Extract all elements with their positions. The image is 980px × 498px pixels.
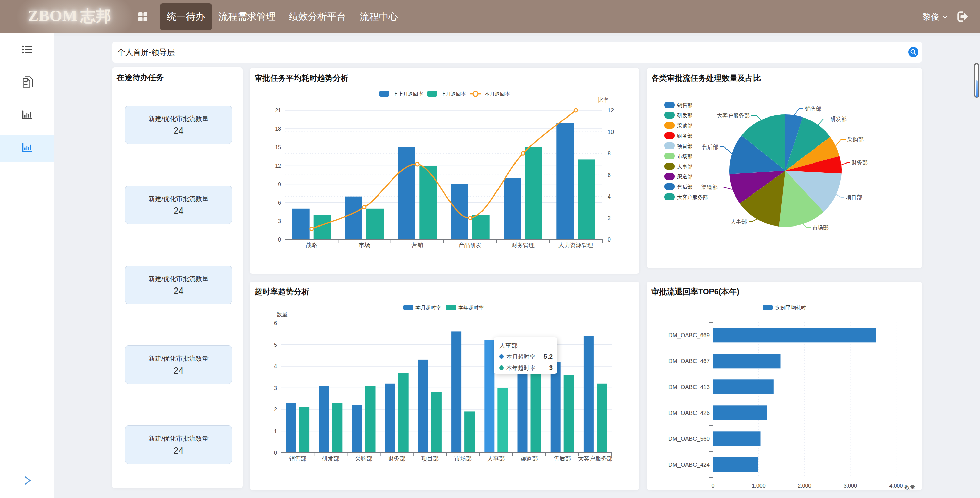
svg-text:6: 6 <box>274 320 277 326</box>
svg-text:人事部: 人事部 <box>730 219 747 225</box>
svg-text:DM_OABC_413: DM_OABC_413 <box>668 384 710 390</box>
svg-text:财务部: 财务部 <box>388 455 406 462</box>
svg-text:人事部: 人事部 <box>487 455 504 462</box>
svg-text:大客户服务部: 大客户服务部 <box>677 194 708 200</box>
svg-text:财务部: 财务部 <box>851 160 868 166</box>
svg-text:18: 18 <box>275 126 281 132</box>
svg-text:3: 3 <box>278 218 281 224</box>
svg-text:大客户服务部: 大客户服务部 <box>578 455 612 462</box>
svg-text:21: 21 <box>275 108 281 113</box>
svg-text:3,000: 3,000 <box>843 483 857 489</box>
svg-text:3: 3 <box>274 385 277 391</box>
svg-text:人力资源管理: 人力资源管理 <box>558 242 593 248</box>
svg-text:上月退回率: 上月退回率 <box>441 91 466 97</box>
svg-text:上上月退回率: 上上月退回率 <box>393 91 423 97</box>
svg-text:本月超时率: 本月超时率 <box>415 305 441 310</box>
svg-text:销售部: 销售部 <box>805 106 821 112</box>
svg-text:销售部: 销售部 <box>289 455 306 462</box>
svg-text:实例平均耗时: 实例平均耗时 <box>775 305 806 310</box>
svg-text:12: 12 <box>275 163 281 169</box>
svg-text:营销: 营销 <box>411 242 423 248</box>
svg-text:采购部: 采购部 <box>847 137 864 142</box>
svg-text:售后部: 售后部 <box>702 144 718 150</box>
svg-text:本月退回率: 本月退回率 <box>485 91 510 97</box>
svg-text:6: 6 <box>608 172 611 178</box>
svg-text:项目部: 项目部 <box>846 195 862 200</box>
svg-text:DM_OABC_560: DM_OABC_560 <box>668 436 710 442</box>
svg-text:市场: 市场 <box>359 242 370 248</box>
svg-text:战略: 战略 <box>306 242 318 248</box>
svg-text:销售部: 销售部 <box>677 102 692 108</box>
svg-text:渠道部: 渠道部 <box>701 184 718 190</box>
svg-text:4: 4 <box>274 364 277 369</box>
svg-text:2: 2 <box>274 407 277 412</box>
svg-text:0: 0 <box>608 237 611 243</box>
svg-text:市场部: 市场部 <box>677 153 692 159</box>
svg-text:1,000: 1,000 <box>752 483 765 489</box>
svg-text:DM_OABC_426: DM_OABC_426 <box>668 410 710 416</box>
svg-text:2: 2 <box>608 215 611 221</box>
svg-text:售后部: 售后部 <box>554 455 571 462</box>
svg-text:大客户服务部: 大客户服务部 <box>717 113 749 118</box>
svg-text:2,000: 2,000 <box>798 483 811 489</box>
svg-text:1: 1 <box>274 428 277 434</box>
svg-text:8: 8 <box>608 150 611 156</box>
svg-text:渠道部: 渠道部 <box>520 455 538 462</box>
svg-text:售后部: 售后部 <box>677 184 692 190</box>
svg-text:5: 5 <box>274 342 277 348</box>
svg-text:产品研发: 产品研发 <box>459 242 482 248</box>
svg-text:0: 0 <box>274 450 277 456</box>
svg-text:数量: 数量 <box>277 312 288 318</box>
svg-text:15: 15 <box>275 144 281 150</box>
svg-text:数量: 数量 <box>904 484 915 490</box>
svg-text:0: 0 <box>711 483 714 489</box>
svg-text:市场部: 市场部 <box>454 455 472 462</box>
svg-text:财务部: 财务部 <box>677 133 692 139</box>
svg-text:0: 0 <box>278 237 281 243</box>
svg-text:比率: 比率 <box>598 97 609 103</box>
svg-text:财务管理: 财务管理 <box>511 242 535 248</box>
svg-text:研发部: 研发部 <box>322 455 339 462</box>
svg-text:渠道部: 渠道部 <box>677 174 692 179</box>
svg-text:本年超时率: 本年超时率 <box>458 305 484 310</box>
svg-text:项目部: 项目部 <box>421 455 439 462</box>
svg-text:采购部: 采购部 <box>355 455 372 462</box>
svg-text:4,000: 4,000 <box>889 483 903 489</box>
svg-text:项目部: 项目部 <box>677 143 692 149</box>
svg-text:4: 4 <box>608 194 611 200</box>
svg-text:DM_OABC_467: DM_OABC_467 <box>668 358 710 364</box>
svg-text:DM_OABC_669: DM_OABC_669 <box>668 332 710 338</box>
svg-text:9: 9 <box>278 182 281 187</box>
svg-text:市场部: 市场部 <box>812 225 829 231</box>
svg-text:12: 12 <box>608 108 614 113</box>
svg-text:采购部: 采购部 <box>677 123 692 128</box>
svg-text:6: 6 <box>278 200 281 206</box>
svg-text:DM_OABC_424: DM_OABC_424 <box>668 461 710 468</box>
svg-text:10: 10 <box>608 129 614 135</box>
svg-text:研发部: 研发部 <box>677 112 692 118</box>
svg-text:人事部: 人事部 <box>677 163 692 169</box>
svg-text:研发部: 研发部 <box>830 116 846 122</box>
